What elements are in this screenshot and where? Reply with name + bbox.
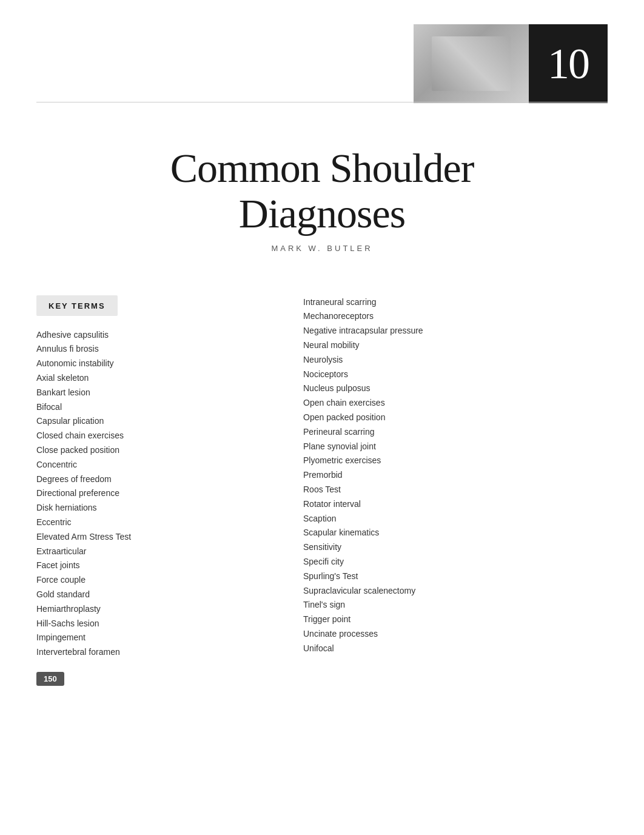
list-item: Sensitivity [303,540,608,555]
right-terms-list: Intraneural scarringMechanoreceptorsNega… [303,295,608,656]
list-item: Specifi city [303,555,608,569]
list-item: Gold standard [36,588,267,602]
list-item: Scapular kinematics [303,526,608,540]
page-number-badge: 150 [36,672,64,686]
header-area: 10 [0,0,644,121]
header-image-placeholder [414,24,529,103]
list-item: Neurolysis [303,353,608,367]
list-item: Scaption [303,512,608,526]
list-item: Directional preference [36,486,267,501]
list-item: Elevated Arm Stress Test [36,530,267,545]
author-name: MARK W. BUTLER [36,244,608,253]
key-terms-label: KEY TERMS [49,301,106,310]
list-item: Facet joints [36,558,267,573]
key-terms-box: KEY TERMS [36,295,118,316]
list-item: Nucleus pulposus [303,381,608,396]
list-item: Adhesive capsulitis [36,328,267,343]
key-terms-section: KEY TERMS Adhesive capsulitisAnnulus fi … [36,295,608,686]
left-terms-list: Adhesive capsulitisAnnulus fi brosisAuto… [36,328,267,660]
page-container: 10 Common Shoulder Diagnoses MARK W. BUT… [0,0,644,835]
list-item: Negative intracapsular pressure [303,324,608,338]
chapter-number: 10 [548,39,589,89]
list-item: Neural mobility [303,338,608,353]
list-item: Close packed position [36,443,267,458]
right-column: Intraneural scarringMechanoreceptorsNega… [267,295,608,686]
list-item: Nociceptors [303,367,608,382]
list-item: Uncinate processes [303,627,608,642]
list-item: Disk herniations [36,501,267,515]
list-item: Impingement [36,631,267,645]
list-item: Open chain exercises [303,396,608,411]
list-item: Unifocal [303,642,608,656]
list-item: Spurling's Test [303,569,608,584]
list-item: Closed chain exercises [36,429,267,443]
page-title: Common Shoulder Diagnoses [36,146,608,236]
left-column: KEY TERMS Adhesive capsulitisAnnulus fi … [36,295,267,686]
list-item: Eccentric [36,515,267,530]
list-item: Extraarticular [36,545,267,559]
list-item: Plane synovial joint [303,440,608,454]
list-item: Rotator interval [303,497,608,512]
list-item: Hill-Sachs lesion [36,617,267,631]
list-item: Autonomic instability [36,357,267,371]
chapter-number-box: 10 [529,24,608,103]
list-item: Trigger point [303,612,608,627]
list-item: Intraneural scarring [303,295,608,310]
list-item: Supraclavicular scalenectomy [303,584,608,599]
list-item: Hemiarthroplasty [36,602,267,617]
header-image-area: 10 [414,24,608,103]
list-item: Concentric [36,458,267,472]
list-item: Annulus fi brosis [36,342,267,357]
list-item: Bifocal [36,400,267,415]
list-item: Plyometric exercises [303,454,608,468]
list-item: Perineural scarring [303,425,608,440]
list-item: Tinel's sign [303,598,608,612]
list-item: Mechanoreceptors [303,309,608,324]
list-item: Open packed position [303,411,608,425]
list-item: Premorbid [303,468,608,483]
list-item: Axial skeleton [36,371,267,386]
list-item: Capsular plication [36,414,267,429]
horizontal-divider [36,102,608,102]
list-item: Force couple [36,573,267,588]
list-item: Degrees of freedom [36,472,267,487]
list-item: Intervertebral foramen [36,645,267,660]
title-area: Common Shoulder Diagnoses MARK W. BUTLER [0,121,644,265]
list-item: Bankart lesion [36,386,267,400]
list-item: Roos Test [303,483,608,497]
